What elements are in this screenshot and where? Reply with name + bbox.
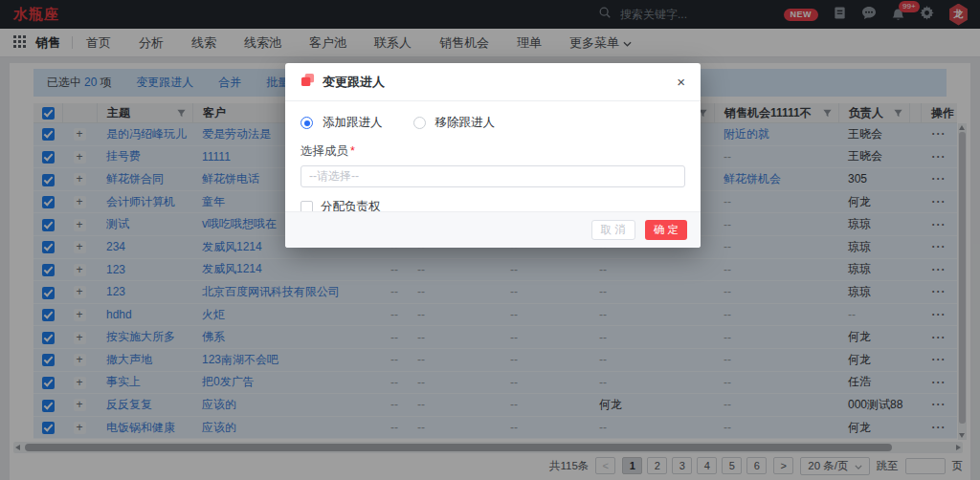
change-follower-modal: 变更跟进人 × 添加跟进人 移除跟进人 选择成员* --请选择-- 分配负责权 bbox=[285, 63, 701, 248]
add-follower-label: 添加跟进人 bbox=[323, 115, 383, 131]
modal-body: 添加跟进人 移除跟进人 选择成员* --请选择-- 分配负责权 bbox=[285, 101, 701, 215]
modal-header: 变更跟进人 × bbox=[285, 63, 701, 101]
remove-follower-radio[interactable] bbox=[413, 117, 426, 129]
member-select-placeholder: --请选择-- bbox=[309, 168, 359, 185]
follower-mode-radios: 添加跟进人 移除跟进人 bbox=[301, 115, 685, 131]
app-window: 水瓶座 NEW 99+ 龙 销售 首页分析线索线索池客户池联系人销售机会理单 更… bbox=[0, 0, 980, 480]
remove-follower-label: 移除跟进人 bbox=[435, 115, 496, 131]
add-follower-radio[interactable] bbox=[301, 117, 313, 129]
modal-title: 变更跟进人 bbox=[323, 74, 385, 91]
member-field-label: 选择成员* bbox=[301, 143, 685, 160]
modal-footer: 取 消 确 定 bbox=[285, 211, 701, 248]
member-select[interactable]: --请选择-- bbox=[301, 165, 685, 187]
required-mark: * bbox=[350, 144, 355, 158]
member-label-text: 选择成员 bbox=[301, 144, 348, 158]
change-follower-icon bbox=[301, 73, 315, 91]
close-icon[interactable]: × bbox=[677, 75, 685, 89]
cancel-button[interactable]: 取 消 bbox=[591, 220, 635, 240]
confirm-button[interactable]: 确 定 bbox=[645, 220, 687, 240]
